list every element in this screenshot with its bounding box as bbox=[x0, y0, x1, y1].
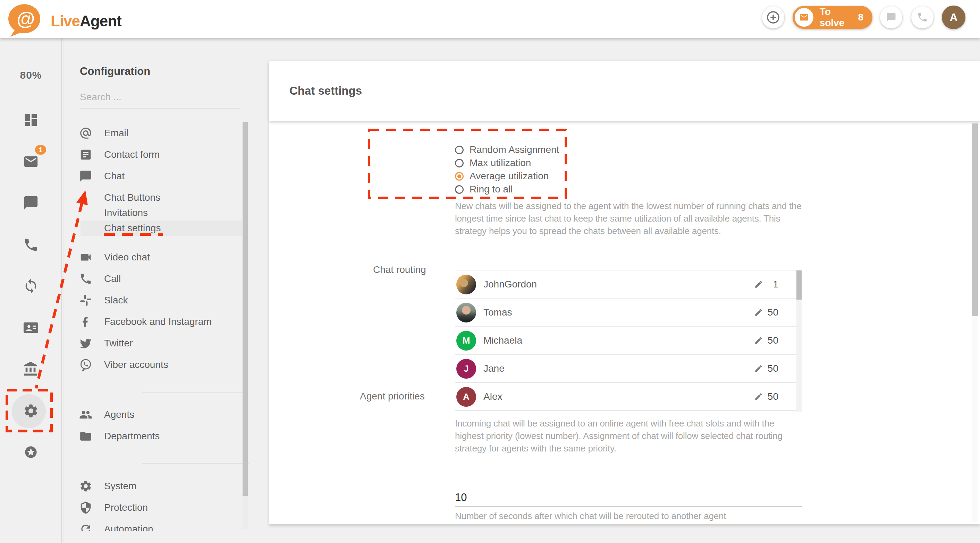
agent-priority-value[interactable]: 50 bbox=[760, 391, 778, 402]
availability-percent: 80% bbox=[0, 69, 62, 81]
radio-icon[interactable] bbox=[455, 146, 464, 154]
menu-item-protection[interactable]: Protection bbox=[62, 497, 249, 518]
chat-routing-radio-group: Random Assignment Max utilization Averag… bbox=[455, 143, 559, 196]
chats-button[interactable] bbox=[880, 6, 902, 29]
sidebar-item-calls[interactable] bbox=[0, 234, 62, 255]
chat-icon bbox=[23, 195, 39, 211]
avatar-initial: M bbox=[463, 335, 470, 346]
agent-priorities-description: Incoming chat will be assigned to an onl… bbox=[455, 417, 802, 454]
top-header-bar: @ LiveAgent To solve 8 A bbox=[0, 0, 980, 38]
user-avatar[interactable]: A bbox=[942, 6, 966, 29]
agent-priority-value[interactable]: 1 bbox=[760, 279, 778, 290]
settings-gear-icon bbox=[23, 403, 39, 419]
menu-item-automation[interactable]: Automation bbox=[62, 518, 249, 531]
star-icon bbox=[24, 445, 38, 459]
routing-time-input[interactable] bbox=[455, 489, 802, 507]
agent-name: JohnGordon bbox=[484, 279, 537, 290]
svg-text:@: @ bbox=[17, 8, 35, 29]
radio-option-random-assignment[interactable]: Random Assignment bbox=[455, 143, 559, 156]
dashboard-icon bbox=[23, 112, 39, 128]
menu-item-system[interactable]: System bbox=[62, 475, 249, 497]
sidebar-item-automation[interactable] bbox=[0, 276, 62, 297]
radio-selected-icon[interactable] bbox=[455, 172, 464, 181]
viber-icon bbox=[78, 357, 93, 372]
slack-icon bbox=[78, 293, 93, 308]
liveagent-logo: @ LiveAgent bbox=[6, 3, 137, 36]
email-at-icon bbox=[78, 125, 93, 141]
menu-item-video-chat[interactable]: Video chat bbox=[62, 246, 249, 268]
agent-row: A Alex 50 bbox=[455, 383, 796, 411]
menu-item-viber-accounts[interactable]: Viber accounts bbox=[62, 354, 249, 376]
add-icon bbox=[766, 10, 780, 25]
agent-avatar-photo bbox=[457, 275, 476, 294]
agent-avatar-initial: M bbox=[457, 331, 476, 351]
agent-name: Michaela bbox=[484, 335, 522, 346]
twitter-icon bbox=[78, 336, 93, 351]
to-solve-button[interactable]: To solve 8 bbox=[792, 6, 872, 29]
main-panel-header: Chat settings bbox=[269, 61, 980, 121]
agent-priority-value[interactable]: 50 bbox=[760, 335, 778, 346]
add-new-button[interactable] bbox=[762, 6, 784, 29]
avatar-initial: J bbox=[464, 364, 468, 374]
agent-row: Tomas 50 bbox=[455, 298, 796, 327]
logo-text: LiveAgent bbox=[51, 13, 121, 30]
phone-icon bbox=[23, 237, 39, 253]
main-scrollbar-thumb[interactable] bbox=[972, 124, 978, 316]
bank-icon bbox=[23, 361, 39, 377]
mail-icon bbox=[799, 13, 809, 22]
menu-item-agents[interactable]: Agents bbox=[62, 404, 249, 426]
logo-bubble-icon: @ bbox=[6, 3, 41, 37]
menu-item-twitter[interactable]: Twitter bbox=[62, 332, 249, 354]
agent-priority-value[interactable]: 50 bbox=[760, 307, 778, 318]
agent-row: M Michaela 50 bbox=[455, 327, 796, 355]
radio-icon[interactable] bbox=[455, 185, 464, 194]
radio-icon[interactable] bbox=[455, 159, 464, 167]
facebook-icon bbox=[78, 314, 93, 329]
menu-item-departments[interactable]: Departments bbox=[62, 426, 249, 447]
chat-settings-form: Chat routing Random Assignment Max utili… bbox=[269, 121, 980, 524]
menu-divider bbox=[142, 392, 249, 392]
refresh-icon bbox=[78, 521, 93, 531]
menu-item-call[interactable]: Call bbox=[62, 268, 249, 289]
sidebar-item-configuration[interactable] bbox=[0, 400, 62, 421]
menu-item-chat-settings[interactable]: Chat settings bbox=[62, 221, 249, 236]
calls-button[interactable] bbox=[911, 6, 934, 29]
phone-icon bbox=[917, 12, 928, 23]
sidebar-item-billing[interactable] bbox=[0, 359, 62, 379]
agent-priorities-label: Agent priorities bbox=[360, 391, 425, 402]
menu-item-slack[interactable]: Slack bbox=[62, 289, 249, 311]
shield-icon bbox=[78, 500, 93, 515]
contact-card-icon bbox=[23, 320, 39, 336]
phone-icon bbox=[78, 271, 93, 286]
agent-list-scrollbar-thumb[interactable] bbox=[796, 270, 802, 300]
people-icon bbox=[78, 407, 93, 422]
menu-item-email[interactable]: Email bbox=[62, 122, 249, 144]
menu-item-facebook-instagram[interactable]: Facebook and Instagram bbox=[62, 311, 249, 332]
sidebar-item-contacts[interactable] bbox=[0, 317, 62, 338]
radio-option-max-utilization[interactable]: Max utilization bbox=[455, 156, 559, 170]
menu-item-invitations[interactable]: Invitations bbox=[62, 205, 249, 221]
menu-item-contact-form[interactable]: Contact form bbox=[62, 144, 249, 165]
sidebar-item-tickets[interactable] bbox=[0, 151, 62, 172]
configuration-scrollbar-thumb[interactable] bbox=[243, 122, 248, 496]
agent-avatar-initial: A bbox=[457, 387, 476, 407]
chat-bubble-icon bbox=[886, 12, 896, 22]
sync-icon bbox=[23, 278, 39, 294]
ticket-count-badge: 1 bbox=[35, 145, 46, 155]
chat-routing-description: New chats will be assigned to the agent … bbox=[455, 200, 802, 237]
radio-option-ring-to-all[interactable]: Ring to all bbox=[455, 183, 559, 196]
menu-divider bbox=[142, 463, 249, 464]
menu-item-chat-buttons[interactable]: Chat Buttons bbox=[62, 190, 249, 205]
menu-item-chat[interactable]: Chat bbox=[62, 165, 249, 187]
to-solve-label: To solve bbox=[820, 6, 858, 29]
agent-row: J Jane 50 bbox=[455, 355, 796, 383]
radio-option-average-utilization[interactable]: Average utilization bbox=[455, 170, 559, 183]
folder-icon bbox=[78, 429, 93, 444]
gear-icon bbox=[78, 478, 93, 494]
sidebar-item-chats[interactable] bbox=[0, 192, 62, 213]
sidebar-item-dashboard[interactable] bbox=[0, 110, 62, 130]
agent-priority-value[interactable]: 50 bbox=[760, 363, 778, 374]
agent-name: Alex bbox=[484, 391, 502, 402]
avatar-initial: A bbox=[950, 11, 958, 24]
sidebar-item-getting-started[interactable] bbox=[0, 442, 62, 462]
